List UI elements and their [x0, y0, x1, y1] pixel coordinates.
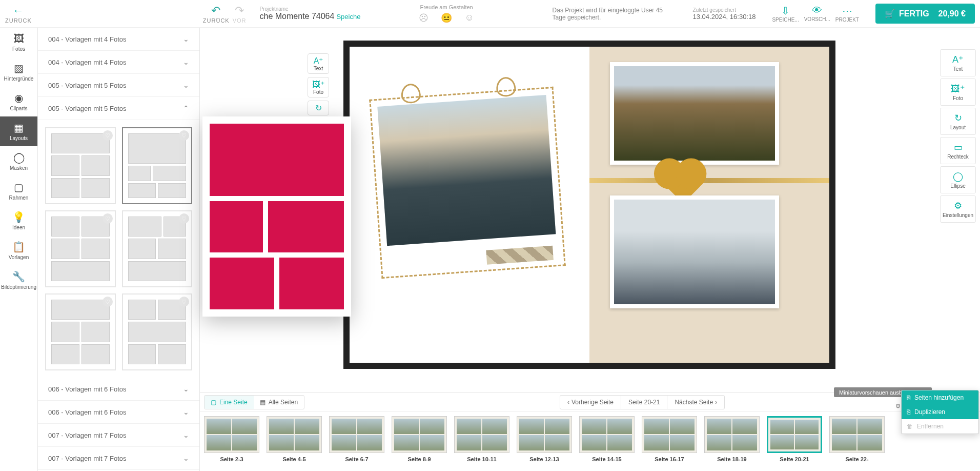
- project-name-value[interactable]: che Momente 74064Speiche: [260, 12, 361, 21]
- text-icon: A⁺: [314, 56, 323, 66]
- thumb-12-13[interactable]: Seite 12-13: [517, 416, 572, 467]
- sidebar-item-rahmen[interactable]: ▢Rahmen: [0, 176, 37, 206]
- ctx-remove: 🗑Entfernen: [902, 419, 978, 434]
- sidebar-item-hintergruende[interactable]: ▨Hintergründe: [0, 57, 37, 87]
- save-icon: ⇩: [781, 5, 790, 17]
- photo-bottom[interactable]: [610, 195, 779, 308]
- text-tool[interactable]: A⁺Text: [308, 53, 329, 74]
- heart-icon[interactable]: ♡: [103, 130, 113, 141]
- thumb-18-19[interactable]: Seite 18-19: [704, 416, 760, 467]
- save-link[interactable]: Speiche: [336, 13, 360, 21]
- chevron-left-icon: ‹: [567, 399, 569, 406]
- right-tool-text[interactable]: A⁺Text: [940, 49, 976, 76]
- image-icon: 🖼: [14, 33, 24, 45]
- layout-card-5[interactable]: ♡: [45, 293, 116, 370]
- ctx-add-pages[interactable]: ⎘Seiten hinzufügen: [902, 390, 978, 405]
- sidebar-item-fotos[interactable]: 🖼Fotos: [0, 28, 37, 57]
- face-happy-icon[interactable]: ☺: [464, 12, 474, 24]
- undo-button[interactable]: ↶ ZURÜCK: [203, 4, 230, 24]
- pager: ‹Vorherige Seite Seite 20-21 Nächste Sei…: [560, 395, 725, 409]
- page-spread[interactable]: [343, 41, 835, 369]
- frame-icon: ▢: [14, 181, 24, 193]
- sidebar-item-vorlagen[interactable]: 📋Vorlagen: [0, 235, 37, 265]
- thumb-16-17[interactable]: Seite 16-17: [642, 416, 697, 467]
- layout-card-6[interactable]: ♡: [122, 293, 193, 370]
- accordion-006b[interactable]: 006 - Vorlagen mit 6 Fotos⌄: [38, 401, 199, 424]
- page-right[interactable]: [589, 47, 829, 363]
- save-button[interactable]: ⇩SPEICHE...: [772, 5, 799, 23]
- zoom-out-icon[interactable]: ⊖: [895, 402, 901, 409]
- right-tool-ellipse[interactable]: ◯Ellipse: [940, 166, 976, 193]
- square-icon: ▢: [211, 399, 216, 406]
- feedback-label: Freude am Gestalten: [420, 4, 473, 10]
- layout-card-4[interactable]: ♡: [122, 210, 193, 287]
- heart-icon[interactable]: ♡: [179, 130, 189, 141]
- right-tool-einstellungen[interactable]: ⚙Einstellungen: [940, 195, 976, 223]
- last-saved: Zuletzt gespeichert 13.04.2024, 16:30:18: [693, 7, 756, 21]
- face-neutral-icon[interactable]: 😐: [441, 12, 452, 24]
- right-tool-rechteck[interactable]: ▭Rechteck: [940, 137, 976, 164]
- sidebar-item-ideen[interactable]: 💡Ideen: [0, 206, 37, 235]
- accordion-007b[interactable]: 007 - Vorlagen mit 7 Fotos⌄: [38, 447, 199, 470]
- wrench-icon: 🔧: [12, 270, 25, 283]
- duplicate-icon: ⎘: [907, 408, 910, 416]
- accordion-004a[interactable]: 004 - Vorlagen mit 4 Fotos⌄: [38, 28, 199, 51]
- next-page-button[interactable]: Nächste Seite›: [667, 396, 724, 409]
- ctx-duplicate[interactable]: ⎘Duplizieren: [902, 405, 978, 419]
- back-button[interactable]: ← ZURÜCK: [5, 4, 32, 24]
- back-label: ZURÜCK: [5, 17, 32, 24]
- sidebar-item-bildoptimierung[interactable]: 🔧Bildoptimierung: [0, 265, 37, 295]
- thumb-22[interactable]: Seite 22-: [829, 416, 885, 467]
- layout-grid: ♡ ♡ ♡ ♡ ♡ ♡: [38, 120, 199, 378]
- redo-button[interactable]: ↷ VOR: [233, 4, 247, 24]
- photo-content: [377, 95, 556, 246]
- foto-tool[interactable]: 🖼⁺Foto: [308, 77, 329, 97]
- preview-button[interactable]: 👁VORSCH...: [804, 5, 830, 23]
- accordion-005a[interactable]: 005 - Vorlagen mit 5 Fotos⌄: [38, 74, 199, 97]
- prev-page-button[interactable]: ‹Vorherige Seite: [560, 396, 621, 409]
- sidebar-item-masken[interactable]: ◯Masken: [0, 146, 37, 176]
- ring-icon: [400, 83, 421, 104]
- accordion-006a[interactable]: 006 - Vorlagen mit 6 Fotos⌄: [38, 378, 199, 401]
- context-menu: ⎘Seiten hinzufügen ⎘Duplizieren 🗑Entfern…: [901, 390, 979, 434]
- layout-card-1[interactable]: ♡: [45, 127, 116, 204]
- thumb-4-5[interactable]: Seite 4-5: [267, 416, 322, 467]
- sidebar-item-cliparts[interactable]: ◉Cliparts: [0, 87, 37, 116]
- heart-icon[interactable]: ♡: [179, 213, 189, 224]
- right-tool-foto[interactable]: 🖼⁺Foto: [940, 78, 976, 106]
- layout-card-3[interactable]: ♡: [45, 210, 116, 287]
- sidebar-item-layouts[interactable]: ▦Layouts: [0, 116, 37, 146]
- refresh-tool[interactable]: ↻: [308, 101, 329, 115]
- heart-icon[interactable]: ♡: [179, 297, 189, 307]
- chevron-down-icon: ⌄: [183, 35, 189, 43]
- arrow-left-icon: ←: [12, 4, 24, 17]
- accordion-004b[interactable]: 004 - Vorlagen mit 4 Fotos⌄: [38, 51, 199, 74]
- thumbnail-strip[interactable]: Seite 2-3 Seite 4-5 Seite 6-7 Seite 8-9 …: [200, 411, 980, 471]
- thumb-10-11[interactable]: Seite 10-11: [454, 416, 509, 467]
- heart-icon[interactable]: ♡: [103, 297, 113, 307]
- all-pages-button[interactable]: ▦Alle Seiten: [254, 396, 304, 409]
- heart-icon[interactable]: ♡: [103, 213, 113, 224]
- page-left[interactable]: [350, 47, 589, 363]
- photo-top[interactable]: [610, 62, 779, 165]
- thumb-6-7[interactable]: Seite 6-7: [329, 416, 384, 467]
- accordion-007a[interactable]: 007 - Vorlagen mit 7 Fotos⌄: [38, 424, 199, 447]
- chevron-down-icon: ⌄: [183, 81, 189, 89]
- accordion-005b[interactable]: 005 - Vorlagen mit 5 Fotos⌃: [38, 97, 199, 120]
- thumb-14-15[interactable]: Seite 14-15: [579, 416, 635, 467]
- one-page-button[interactable]: ▢Eine Seite: [205, 396, 254, 409]
- layout-card-2[interactable]: ♡: [122, 127, 193, 204]
- finish-button[interactable]: 🛒FERTIG 20,90 €: [875, 4, 975, 24]
- right-tool-layout[interactable]: ↻Layout: [940, 108, 976, 135]
- thumb-8-9[interactable]: Seite 8-9: [392, 416, 447, 467]
- thumb-20-21[interactable]: Seite 20-21: [767, 416, 822, 467]
- drag-preview-layout[interactable]: [202, 116, 351, 317]
- copy-icon: ⎘: [907, 394, 910, 401]
- trash-icon: 🗑: [907, 423, 913, 430]
- thumb-2-3[interactable]: Seite 2-3: [204, 416, 259, 467]
- right-sidebar: A⁺Text 🖼⁺Foto ↻Layout ▭Rechteck ◯Ellipse…: [936, 28, 980, 224]
- polaroid-photo[interactable]: [369, 87, 566, 279]
- face-sad-icon[interactable]: ☹: [419, 12, 428, 24]
- project-menu-button[interactable]: ⋯PROJEKT: [835, 5, 859, 23]
- chevron-down-icon: ⌄: [183, 431, 189, 439]
